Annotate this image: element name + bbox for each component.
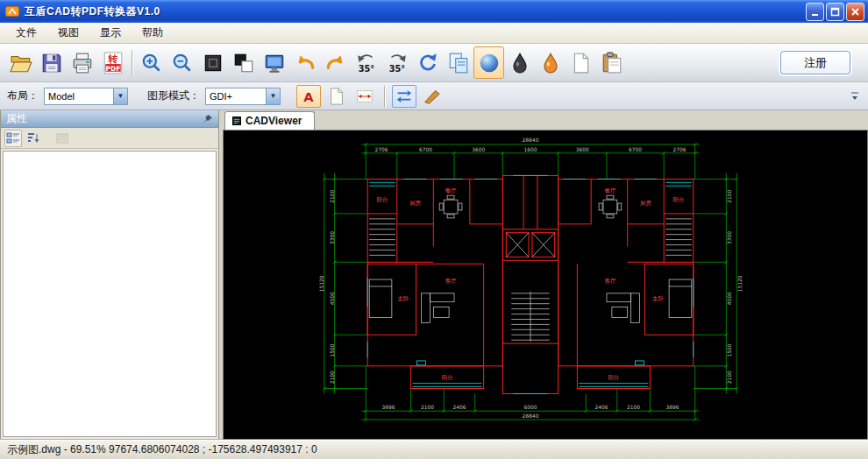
grayscale-button[interactable] <box>504 46 535 79</box>
svg-text:A: A <box>303 88 314 103</box>
svg-text:4500: 4500 <box>727 292 732 305</box>
svg-text:3600: 3600 <box>576 147 589 152</box>
svg-text:6000: 6000 <box>523 405 537 410</box>
toolbar-overflow-button[interactable] <box>849 84 861 109</box>
open-folder-icon <box>10 52 32 74</box>
svg-text:28840: 28840 <box>523 138 539 143</box>
tab-row: CADViewer <box>223 110 868 130</box>
measure-icon <box>355 87 374 106</box>
redo-button[interactable] <box>320 46 351 79</box>
zoom-in-button[interactable] <box>136 46 167 79</box>
undo-button[interactable] <box>289 46 320 79</box>
white-background-button[interactable] <box>566 46 596 79</box>
pin-button[interactable] <box>203 114 213 124</box>
disabled-tool-icon <box>55 131 69 145</box>
maximize-button[interactable] <box>826 3 844 21</box>
cad-floorplan: 28840 2706 6700 3600 1600 3600 6700 2706… <box>311 134 750 428</box>
svg-text:3896: 3896 <box>381 405 395 410</box>
copy-button[interactable] <box>443 46 473 79</box>
white-page-icon <box>327 87 346 106</box>
svg-text:厨房: 厨房 <box>409 200 421 207</box>
svg-text:厨房: 厨房 <box>640 200 651 207</box>
walls <box>367 175 694 393</box>
app-window: 互盾CAD转PDF转换器V1.0 文件 视图 显示 帮助 <box>0 0 868 459</box>
redo-icon <box>324 52 347 74</box>
svg-text:餐厅: 餐厅 <box>605 187 616 194</box>
text-style-button[interactable]: A <box>296 85 321 108</box>
maximize-icon <box>829 6 841 18</box>
rotate-left-button[interactable]: 35° <box>351 46 381 79</box>
layout-select[interactable]: Model ▼ <box>44 88 128 105</box>
categorize-icon <box>6 131 20 145</box>
toolbar-separator <box>384 86 385 107</box>
svg-text:4500: 4500 <box>330 292 335 305</box>
rotate-left-icon: 35° <box>355 52 378 74</box>
svg-text:35°: 35° <box>388 63 405 73</box>
status-text: 示例图.dwg - 69.51% 97674.6806074028 ; -175… <box>7 442 317 457</box>
properties-panel: 属性 <box>0 110 219 440</box>
properties-list[interactable] <box>3 151 217 437</box>
close-button[interactable] <box>846 3 864 21</box>
layout-value: Model <box>45 91 113 102</box>
svg-text:主卧: 主卧 <box>652 295 664 302</box>
svg-text:客厅: 客厅 <box>445 278 457 285</box>
print-button[interactable] <box>67 46 97 79</box>
convert-pdf-button[interactable]: 转PDF <box>97 46 128 79</box>
svg-text:6700: 6700 <box>629 147 642 152</box>
properties-title: 属性 <box>6 111 27 126</box>
dark-droplet-icon <box>509 52 531 74</box>
svg-text:2100: 2100 <box>330 189 335 202</box>
svg-text:转: 转 <box>107 53 117 64</box>
open-button[interactable] <box>5 46 36 79</box>
content-area: 属性 <box>0 110 868 440</box>
extra-tool-button <box>53 130 71 147</box>
rotate-right-button[interactable]: 35° <box>381 46 412 79</box>
zoom-extents-button[interactable] <box>197 46 228 79</box>
main-toolbar: 转PDF 35° 35° <box>0 44 868 82</box>
properties-toolbar <box>1 128 218 149</box>
menu-item-help[interactable]: 帮助 <box>132 23 174 43</box>
dimension-display-button[interactable] <box>352 85 377 108</box>
page-background-button[interactable] <box>324 85 349 108</box>
status-bar: 示例图.dwg - 69.51% 97674.6806074028 ; -175… <box>0 440 868 459</box>
svg-text:阳台: 阳台 <box>673 196 685 203</box>
mode-value: GDI+ <box>206 91 266 102</box>
zoom-out-button[interactable] <box>167 46 197 79</box>
save-button[interactable] <box>36 46 67 79</box>
menu-item-view[interactable]: 视图 <box>47 23 89 43</box>
extents-icon <box>202 52 224 74</box>
titlebar[interactable]: 互盾CAD转PDF转换器V1.0 <box>0 0 868 23</box>
svg-text:6700: 6700 <box>419 147 432 152</box>
color-mode-button[interactable] <box>535 46 566 79</box>
zoom-in-icon <box>140 52 163 74</box>
paste-button[interactable] <box>596 46 627 79</box>
refresh-button[interactable] <box>412 46 443 79</box>
sort-az-button[interactable] <box>25 130 42 147</box>
mode-select[interactable]: GDI+ ▼ <box>205 88 281 105</box>
zoom-out-icon <box>171 52 194 74</box>
svg-text:2406: 2406 <box>452 405 466 410</box>
lineweight-button[interactable] <box>420 85 445 108</box>
swap-colors-button[interactable] <box>392 85 416 108</box>
minimize-button[interactable] <box>806 3 824 21</box>
menu-item-display[interactable]: 显示 <box>89 23 132 43</box>
monitor-icon <box>263 52 286 74</box>
room-labels: 阳台 厨房 餐厅 客厅 主卧 阳台 阳台 厨房 餐厅 客厅 主卧 阳台 <box>377 187 685 380</box>
undo-icon <box>294 52 317 74</box>
svg-text:客厅: 客厅 <box>605 278 616 285</box>
mode-label: 图形模式： <box>147 88 200 103</box>
swatches-icon <box>232 52 255 74</box>
blank-page-icon <box>570 52 593 74</box>
register-button[interactable]: 注册 <box>780 51 850 74</box>
background-toggle-button[interactable] <box>228 46 259 79</box>
categorize-button[interactable] <box>4 130 22 147</box>
app-icon <box>5 4 19 18</box>
svg-text:2706: 2706 <box>672 147 686 152</box>
cad-canvas[interactable]: 28840 2706 6700 3600 1600 3600 6700 2706… <box>223 130 868 440</box>
cadviewer-tab[interactable]: CADViewer <box>224 111 315 130</box>
render-quality-button[interactable] <box>473 46 504 79</box>
full-screen-button[interactable] <box>259 46 289 79</box>
pin-icon <box>203 114 213 124</box>
menu-item-file[interactable]: 文件 <box>5 23 47 43</box>
swap-arrows-icon <box>395 87 414 106</box>
